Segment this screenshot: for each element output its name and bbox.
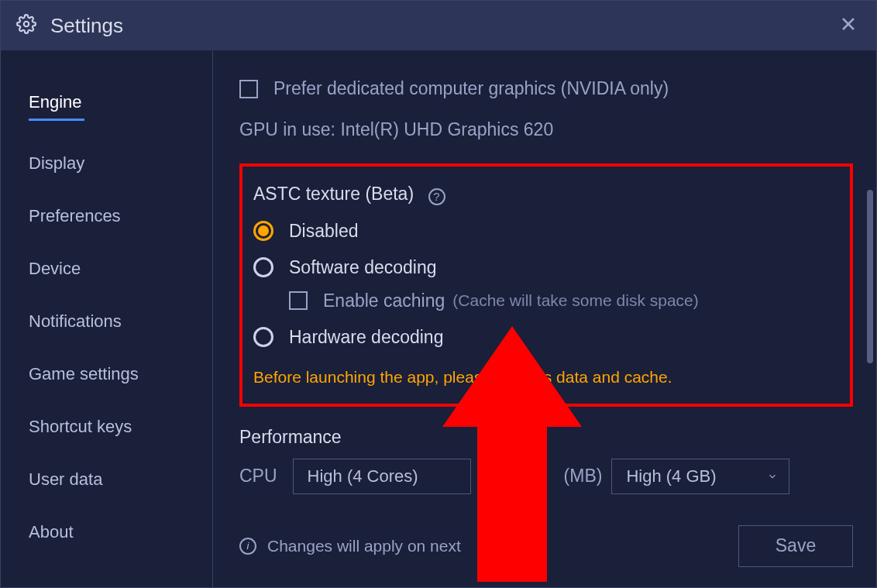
- sidebar-item-label: About: [29, 522, 74, 542]
- info-text: Changes will apply on next: [267, 537, 461, 555]
- sidebar: Engine Display Preferences Device Notifi…: [1, 50, 213, 587]
- memory-label: (MB): [564, 466, 603, 487]
- enable-caching-checkbox[interactable]: [289, 291, 308, 310]
- footer-row: i Changes will apply on next Save: [239, 525, 853, 567]
- astc-hardware-row: Hardware decoding: [253, 327, 839, 348]
- enable-caching-row: Enable caching (Cache will take some dis…: [289, 291, 839, 311]
- astc-disabled-radio[interactable]: [253, 221, 273, 241]
- performance-row: CPU High (4 Cores) (MB) High (4 GB): [239, 459, 853, 494]
- window-title: Settings: [50, 14, 123, 38]
- sidebar-item-label: Shortcut keys: [29, 417, 132, 436]
- save-button[interactable]: Save: [738, 525, 853, 567]
- cpu-select-value: High (4 Cores): [308, 466, 418, 487]
- sidebar-item-label: Engine: [29, 92, 82, 112]
- cpu-label: CPU: [239, 466, 277, 487]
- chevron-down-icon: [767, 466, 778, 487]
- scrollbar-thumb[interactable]: [867, 190, 873, 363]
- svg-point-0: [24, 22, 29, 27]
- enable-caching-label: Enable caching: [323, 291, 445, 311]
- prefer-dedicated-row: Prefer dedicated computer graphics (NVID…: [239, 78, 853, 99]
- astc-disabled-label: Disabled: [289, 221, 359, 242]
- astc-highlight-box: ASTC texture (Beta) ? Disabled Software …: [239, 163, 853, 407]
- prefer-dedicated-checkbox[interactable]: [239, 80, 258, 98]
- enable-caching-hint: (Cache will take some disk space): [452, 291, 698, 310]
- sidebar-item-preferences[interactable]: Preferences: [1, 195, 212, 237]
- sidebar-item-user-data[interactable]: User data: [1, 459, 212, 500]
- info-icon: i: [239, 538, 256, 555]
- cpu-select[interactable]: High (4 Cores): [293, 459, 471, 494]
- astc-warning-text: Before launching the app, please clear i…: [253, 368, 839, 387]
- astc-hardware-label: Hardware decoding: [289, 327, 443, 348]
- sidebar-item-label: Display: [29, 153, 84, 173]
- prefer-dedicated-label: Prefer dedicated computer graphics (NVID…: [273, 78, 669, 99]
- memory-select-value: High (4 GB): [626, 466, 716, 487]
- content-panel: Prefer dedicated computer graphics (NVID…: [213, 50, 876, 587]
- sidebar-item-display[interactable]: Display: [1, 143, 212, 184]
- sidebar-item-label: Game settings: [29, 364, 139, 383]
- sidebar-item-device[interactable]: Device: [1, 248, 212, 290]
- astc-disabled-row: Disabled: [253, 221, 839, 242]
- memory-select[interactable]: High (4 GB): [611, 459, 789, 494]
- sidebar-item-notifications[interactable]: Notifications: [1, 301, 212, 342]
- titlebar: Settings: [1, 1, 876, 50]
- sidebar-item-label: Device: [29, 259, 81, 278]
- astc-software-label: Software decoding: [289, 257, 437, 278]
- sidebar-item-label: Preferences: [29, 206, 121, 225]
- performance-title: Performance: [239, 427, 853, 448]
- astc-hardware-radio[interactable]: [253, 327, 273, 347]
- sidebar-item-label: Notifications: [29, 311, 122, 331]
- sidebar-item-about[interactable]: About: [1, 511, 212, 553]
- gear-icon: [16, 14, 36, 37]
- info-left: i Changes will apply on next: [239, 537, 461, 555]
- sidebar-item-label: User data: [29, 469, 102, 489]
- help-icon[interactable]: ?: [428, 188, 445, 205]
- main-area: Engine Display Preferences Device Notifi…: [1, 50, 876, 587]
- save-button-label: Save: [776, 535, 816, 556]
- gpu-in-use-text: GPU in use: Intel(R) UHD Graphics 620: [239, 119, 853, 140]
- astc-section-title: ASTC texture (Beta): [253, 184, 414, 204]
- sidebar-item-shortcut-keys[interactable]: Shortcut keys: [1, 406, 212, 448]
- astc-software-row: Software decoding: [253, 257, 839, 278]
- close-button[interactable]: [839, 15, 858, 36]
- sidebar-item-engine[interactable]: Engine: [1, 81, 212, 132]
- sidebar-item-game-settings[interactable]: Game settings: [1, 353, 212, 395]
- active-underline: [29, 119, 84, 121]
- astc-software-radio[interactable]: [253, 257, 273, 277]
